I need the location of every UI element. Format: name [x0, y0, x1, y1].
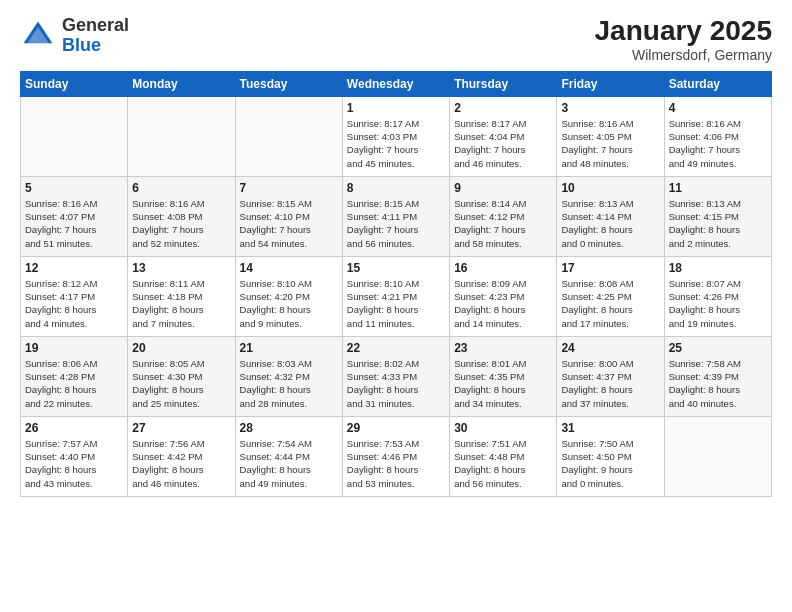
col-friday: Friday — [557, 71, 664, 96]
day-number: 31 — [561, 421, 659, 435]
logo: General Blue — [20, 16, 129, 56]
day-cell — [235, 96, 342, 176]
day-cell: 12Sunrise: 8:12 AM Sunset: 4:17 PM Dayli… — [21, 256, 128, 336]
day-number: 10 — [561, 181, 659, 195]
day-info: Sunrise: 8:05 AM Sunset: 4:30 PM Dayligh… — [132, 357, 230, 410]
day-number: 30 — [454, 421, 552, 435]
day-number: 22 — [347, 341, 445, 355]
day-number: 25 — [669, 341, 767, 355]
day-info: Sunrise: 8:03 AM Sunset: 4:32 PM Dayligh… — [240, 357, 338, 410]
day-info: Sunrise: 8:07 AM Sunset: 4:26 PM Dayligh… — [669, 277, 767, 330]
day-cell: 17Sunrise: 8:08 AM Sunset: 4:25 PM Dayli… — [557, 256, 664, 336]
day-cell — [128, 96, 235, 176]
day-cell: 21Sunrise: 8:03 AM Sunset: 4:32 PM Dayli… — [235, 336, 342, 416]
day-number: 14 — [240, 261, 338, 275]
day-info: Sunrise: 8:16 AM Sunset: 4:05 PM Dayligh… — [561, 117, 659, 170]
day-number: 9 — [454, 181, 552, 195]
day-info: Sunrise: 7:53 AM Sunset: 4:46 PM Dayligh… — [347, 437, 445, 490]
calendar-header: Sunday Monday Tuesday Wednesday Thursday… — [21, 71, 772, 96]
day-info: Sunrise: 7:50 AM Sunset: 4:50 PM Dayligh… — [561, 437, 659, 490]
week-row-4: 19Sunrise: 8:06 AM Sunset: 4:28 PM Dayli… — [21, 336, 772, 416]
col-thursday: Thursday — [450, 71, 557, 96]
day-number: 4 — [669, 101, 767, 115]
day-info: Sunrise: 8:01 AM Sunset: 4:35 PM Dayligh… — [454, 357, 552, 410]
day-info: Sunrise: 8:08 AM Sunset: 4:25 PM Dayligh… — [561, 277, 659, 330]
day-cell — [21, 96, 128, 176]
day-info: Sunrise: 8:10 AM Sunset: 4:21 PM Dayligh… — [347, 277, 445, 330]
day-info: Sunrise: 8:10 AM Sunset: 4:20 PM Dayligh… — [240, 277, 338, 330]
logo-blue: Blue — [62, 35, 101, 55]
day-info: Sunrise: 8:09 AM Sunset: 4:23 PM Dayligh… — [454, 277, 552, 330]
page: General Blue January 2025 Wilmersdorf, G… — [0, 0, 792, 612]
main-title: January 2025 — [595, 16, 772, 47]
week-row-3: 12Sunrise: 8:12 AM Sunset: 4:17 PM Dayli… — [21, 256, 772, 336]
day-number: 5 — [25, 181, 123, 195]
day-cell: 31Sunrise: 7:50 AM Sunset: 4:50 PM Dayli… — [557, 416, 664, 496]
day-cell: 20Sunrise: 8:05 AM Sunset: 4:30 PM Dayli… — [128, 336, 235, 416]
day-info: Sunrise: 7:58 AM Sunset: 4:39 PM Dayligh… — [669, 357, 767, 410]
day-info: Sunrise: 8:16 AM Sunset: 4:08 PM Dayligh… — [132, 197, 230, 250]
day-info: Sunrise: 8:17 AM Sunset: 4:03 PM Dayligh… — [347, 117, 445, 170]
day-info: Sunrise: 8:15 AM Sunset: 4:10 PM Dayligh… — [240, 197, 338, 250]
day-cell: 18Sunrise: 8:07 AM Sunset: 4:26 PM Dayli… — [664, 256, 771, 336]
day-cell — [664, 416, 771, 496]
logo-text: General Blue — [62, 16, 129, 56]
day-cell: 25Sunrise: 7:58 AM Sunset: 4:39 PM Dayli… — [664, 336, 771, 416]
day-cell: 13Sunrise: 8:11 AM Sunset: 4:18 PM Dayli… — [128, 256, 235, 336]
day-number: 27 — [132, 421, 230, 435]
week-row-1: 1Sunrise: 8:17 AM Sunset: 4:03 PM Daylig… — [21, 96, 772, 176]
day-cell: 3Sunrise: 8:16 AM Sunset: 4:05 PM Daylig… — [557, 96, 664, 176]
title-block: January 2025 Wilmersdorf, Germany — [595, 16, 772, 63]
logo-icon — [20, 18, 56, 54]
day-info: Sunrise: 8:16 AM Sunset: 4:06 PM Dayligh… — [669, 117, 767, 170]
day-cell: 5Sunrise: 8:16 AM Sunset: 4:07 PM Daylig… — [21, 176, 128, 256]
day-info: Sunrise: 8:13 AM Sunset: 4:14 PM Dayligh… — [561, 197, 659, 250]
day-cell: 11Sunrise: 8:13 AM Sunset: 4:15 PM Dayli… — [664, 176, 771, 256]
day-info: Sunrise: 7:56 AM Sunset: 4:42 PM Dayligh… — [132, 437, 230, 490]
day-cell: 22Sunrise: 8:02 AM Sunset: 4:33 PM Dayli… — [342, 336, 449, 416]
day-cell: 24Sunrise: 8:00 AM Sunset: 4:37 PM Dayli… — [557, 336, 664, 416]
day-cell: 29Sunrise: 7:53 AM Sunset: 4:46 PM Dayli… — [342, 416, 449, 496]
day-info: Sunrise: 8:12 AM Sunset: 4:17 PM Dayligh… — [25, 277, 123, 330]
day-cell: 27Sunrise: 7:56 AM Sunset: 4:42 PM Dayli… — [128, 416, 235, 496]
day-number: 26 — [25, 421, 123, 435]
day-info: Sunrise: 8:02 AM Sunset: 4:33 PM Dayligh… — [347, 357, 445, 410]
day-info: Sunrise: 8:13 AM Sunset: 4:15 PM Dayligh… — [669, 197, 767, 250]
day-number: 24 — [561, 341, 659, 355]
day-info: Sunrise: 7:51 AM Sunset: 4:48 PM Dayligh… — [454, 437, 552, 490]
day-number: 13 — [132, 261, 230, 275]
day-info: Sunrise: 8:11 AM Sunset: 4:18 PM Dayligh… — [132, 277, 230, 330]
day-cell: 9Sunrise: 8:14 AM Sunset: 4:12 PM Daylig… — [450, 176, 557, 256]
day-cell: 8Sunrise: 8:15 AM Sunset: 4:11 PM Daylig… — [342, 176, 449, 256]
day-number: 29 — [347, 421, 445, 435]
day-cell: 2Sunrise: 8:17 AM Sunset: 4:04 PM Daylig… — [450, 96, 557, 176]
calendar-body: 1Sunrise: 8:17 AM Sunset: 4:03 PM Daylig… — [21, 96, 772, 496]
day-cell: 1Sunrise: 8:17 AM Sunset: 4:03 PM Daylig… — [342, 96, 449, 176]
day-number: 8 — [347, 181, 445, 195]
day-number: 6 — [132, 181, 230, 195]
day-number: 21 — [240, 341, 338, 355]
day-cell: 7Sunrise: 8:15 AM Sunset: 4:10 PM Daylig… — [235, 176, 342, 256]
day-number: 12 — [25, 261, 123, 275]
day-info: Sunrise: 8:06 AM Sunset: 4:28 PM Dayligh… — [25, 357, 123, 410]
day-number: 11 — [669, 181, 767, 195]
col-tuesday: Tuesday — [235, 71, 342, 96]
day-cell: 15Sunrise: 8:10 AM Sunset: 4:21 PM Dayli… — [342, 256, 449, 336]
logo-general: General — [62, 15, 129, 35]
day-number: 28 — [240, 421, 338, 435]
day-cell: 19Sunrise: 8:06 AM Sunset: 4:28 PM Dayli… — [21, 336, 128, 416]
day-number: 23 — [454, 341, 552, 355]
day-cell: 16Sunrise: 8:09 AM Sunset: 4:23 PM Dayli… — [450, 256, 557, 336]
day-cell: 26Sunrise: 7:57 AM Sunset: 4:40 PM Dayli… — [21, 416, 128, 496]
day-info: Sunrise: 8:14 AM Sunset: 4:12 PM Dayligh… — [454, 197, 552, 250]
day-info: Sunrise: 8:00 AM Sunset: 4:37 PM Dayligh… — [561, 357, 659, 410]
day-cell: 4Sunrise: 8:16 AM Sunset: 4:06 PM Daylig… — [664, 96, 771, 176]
subtitle: Wilmersdorf, Germany — [595, 47, 772, 63]
day-number: 18 — [669, 261, 767, 275]
days-of-week-row: Sunday Monday Tuesday Wednesday Thursday… — [21, 71, 772, 96]
col-monday: Monday — [128, 71, 235, 96]
col-sunday: Sunday — [21, 71, 128, 96]
day-number: 17 — [561, 261, 659, 275]
day-info: Sunrise: 7:54 AM Sunset: 4:44 PM Dayligh… — [240, 437, 338, 490]
day-cell: 14Sunrise: 8:10 AM Sunset: 4:20 PM Dayli… — [235, 256, 342, 336]
